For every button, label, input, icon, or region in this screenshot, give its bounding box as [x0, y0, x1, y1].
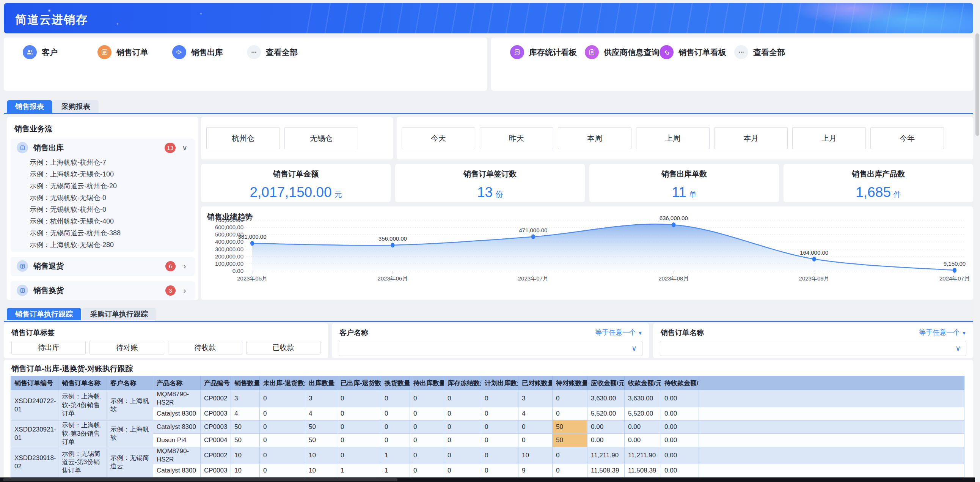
order-name-select[interactable]: ∨: [660, 341, 966, 356]
cell: 0: [481, 407, 519, 421]
column-header: 销售数量: [231, 376, 260, 390]
flow-subitem[interactable]: 示例：上海帆软-无锡仓-280: [11, 239, 194, 251]
flow-subitem[interactable]: 示例：无锡简道云-杭州仓-20: [11, 180, 194, 192]
order-tag-button-1[interactable]: 待对账: [89, 341, 164, 354]
order-name-cell: 示例：无锡简道云-第3份销售订单: [59, 447, 107, 477]
svg-text:164,000.00: 164,000.00: [800, 249, 828, 256]
tab-tracking-1[interactable]: 采购订单执行跟踪: [82, 308, 156, 320]
quick-link-user[interactable]: 客户: [23, 45, 58, 59]
flow-subitem[interactable]: 示例：无锡简道云-杭州仓-388: [11, 227, 194, 239]
cell: 0: [410, 434, 444, 447]
chevron-down-icon[interactable]: ∨: [181, 143, 188, 152]
cell: 0.00: [661, 407, 699, 421]
order-tag-button-0[interactable]: 待出库: [11, 341, 86, 354]
vertical-scrollbar[interactable]: [975, 0, 980, 482]
customer-name-select[interactable]: ∨: [339, 341, 643, 356]
warehouse-button-0[interactable]: 杭州仓: [206, 127, 280, 149]
order-tag-button-3[interactable]: 已收款: [246, 341, 320, 354]
flow-group-header[interactable]: 销售退货6›: [11, 257, 194, 275]
table-row: XSDD240722-01示例：上海帆软-第4份销售订单示例：上海帆软MQM87…: [11, 390, 964, 407]
chevron-right-icon[interactable]: ›: [181, 262, 188, 271]
quick-links-card-left: 客户销售订单销售出库查看全部: [4, 38, 487, 91]
horizontal-scrollbar-thumb[interactable]: [3, 478, 398, 481]
cell: 0: [381, 421, 410, 434]
cell: 10: [231, 447, 260, 464]
column-header: 换货数量: [381, 376, 410, 390]
tab-tracking-0[interactable]: 销售订单执行跟踪: [7, 308, 81, 320]
count-badge: 3: [165, 286, 176, 296]
product-name-cell: Catalyst 8300: [153, 464, 200, 477]
quick-link-return[interactable]: 销售订单看板: [660, 45, 726, 59]
column-header: 应收金额/元: [587, 376, 625, 390]
kpi-label: 销售订单签订数: [463, 169, 517, 179]
quick-link-clipboard[interactable]: 供应商信息查询: [585, 45, 660, 59]
svg-text:2023年08月: 2023年08月: [659, 275, 689, 282]
tab-report-1[interactable]: 采购报表: [53, 100, 99, 113]
date-button-4[interactable]: 本月: [714, 127, 788, 149]
flow-group-header[interactable]: 销售出库13∨: [11, 139, 194, 157]
date-button-2[interactable]: 本周: [558, 127, 632, 149]
customer-filter-card: 客户名称 等于任意一个 ▼ ∨: [332, 323, 649, 358]
cell: 0: [552, 447, 587, 464]
filler-cell: [699, 390, 964, 407]
flow-subitem[interactable]: 示例：无锡帆软-无锡仓-0: [11, 192, 194, 204]
kpi-unit: 单: [689, 189, 697, 200]
flow-subitem[interactable]: 示例：无锡帆软-杭州仓-0: [11, 204, 194, 215]
order-no-cell: XSDD240722-01: [11, 390, 59, 421]
quick-link-more[interactable]: 查看全部: [734, 45, 785, 59]
quick-link-send[interactable]: 销售出库: [172, 45, 223, 59]
cell: 5,520.00: [587, 407, 625, 421]
date-button-0[interactable]: 今天: [402, 127, 475, 149]
report-tabs-underline: [4, 113, 973, 114]
tab-report-0[interactable]: 销售报表: [7, 100, 52, 113]
svg-text:2023年09月: 2023年09月: [799, 275, 829, 282]
chevron-right-icon[interactable]: ›: [181, 286, 188, 295]
product-code-cell: CP0004: [200, 434, 231, 447]
date-button-1[interactable]: 昨天: [480, 127, 553, 149]
svg-text:2023年06月: 2023年06月: [377, 275, 408, 282]
flow-subitem[interactable]: 示例：上海帆软-杭州仓-7: [11, 157, 194, 169]
order-name-cell: 示例：上海帆软-第3份销售订单: [59, 421, 107, 447]
cell: 0: [444, 447, 481, 464]
cell: 1: [337, 464, 381, 477]
cell: 11,211.90: [625, 447, 661, 464]
column-header: 销售订单编号: [11, 376, 59, 390]
date-button-3[interactable]: 上周: [636, 127, 710, 149]
quick-link-database[interactable]: 库存统计看板: [510, 45, 577, 59]
cell: 0: [552, 464, 587, 477]
cell: 0: [410, 464, 444, 477]
vertical-scrollbar-thumb[interactable]: [975, 34, 979, 136]
kpi-label: 销售出库单数: [662, 169, 707, 179]
cell: 0.00: [661, 464, 699, 477]
cell: 50: [305, 421, 337, 434]
warehouse-button-1[interactable]: 无锡仓: [285, 127, 358, 149]
filler-cell: [699, 421, 964, 434]
svg-text:200,000.00: 200,000.00: [215, 253, 243, 260]
cell: 10: [305, 464, 337, 477]
cell: 0.00: [661, 447, 699, 464]
flow-group-header[interactable]: 销售换货3›: [11, 281, 194, 300]
flow-subitem[interactable]: 示例：杭州帆软-无锡仓-400: [11, 215, 194, 227]
customer-operator-link[interactable]: 等于任意一个 ▼: [595, 328, 643, 337]
cell: 0: [519, 434, 552, 447]
date-button-5[interactable]: 上月: [792, 127, 866, 149]
cell: 0: [410, 421, 444, 434]
kpi-card-0: 销售订单金额2,017,150.00元: [201, 164, 391, 202]
order-tag-button-2[interactable]: 待收款: [168, 341, 242, 354]
order-name-operator-link[interactable]: 等于任意一个 ▼: [919, 328, 966, 337]
cell: 4: [519, 407, 552, 421]
column-header: 产品名称: [153, 376, 200, 390]
kpi-value: 11单: [672, 184, 696, 200]
date-button-6[interactable]: 今年: [870, 127, 944, 149]
tracking-tabs: 销售订单执行跟踪采购订单执行跟踪: [7, 308, 156, 320]
horizontal-scrollbar[interactable]: [0, 477, 980, 482]
column-header: 计划出库数量: [481, 376, 519, 390]
table-row: XSDD230918-02示例：无锡简道云-第3份销售订单示例：无锡简道云MQM…: [11, 447, 964, 464]
column-header: 库存冻结数量: [444, 376, 481, 390]
quick-link-more[interactable]: 查看全部: [247, 45, 298, 59]
kpi-card-3: 销售出库产品数1,685件: [784, 164, 973, 202]
flow-subitem[interactable]: 示例：上海帆软-无锡仓-100: [11, 169, 194, 180]
app-banner: 简道云进销存: [4, 3, 973, 34]
quick-link-form[interactable]: 销售订单: [97, 45, 148, 59]
svg-text:0.00: 0.00: [232, 268, 243, 274]
